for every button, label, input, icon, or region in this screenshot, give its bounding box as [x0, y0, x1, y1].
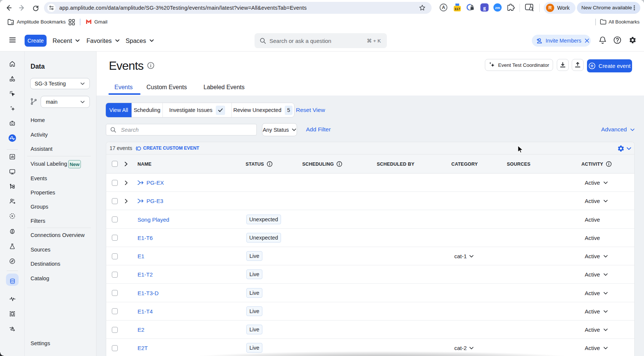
svg-text:117: 117 — [454, 7, 460, 11]
svg-text:A: A — [442, 5, 445, 10]
svg-text:g: g — [483, 5, 486, 11]
svg-text:zm: zm — [495, 6, 500, 10]
